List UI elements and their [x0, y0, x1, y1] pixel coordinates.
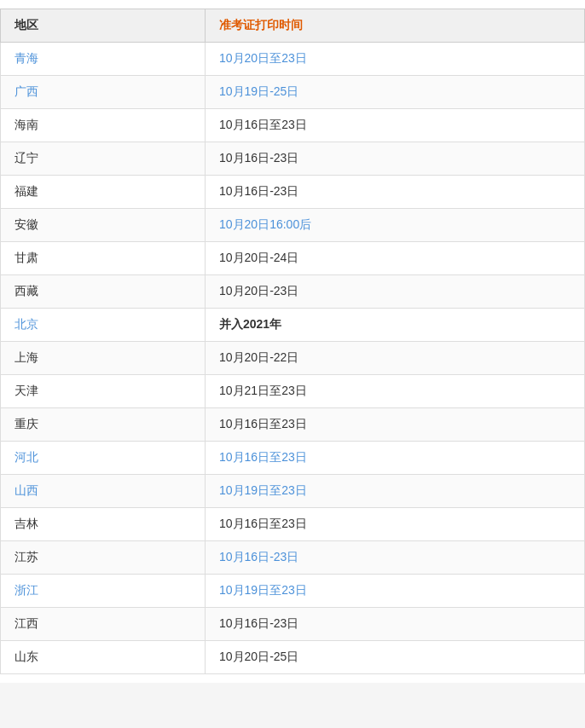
table-row: 重庆10月16日至23日 — [1, 408, 585, 442]
table-row: 江苏10月16日-23日 — [1, 541, 585, 575]
table-row: 广西10月19日-25日 — [1, 76, 585, 109]
region-cell: 山西 — [1, 475, 206, 508]
table-row: 天津10月21日至23日 — [1, 375, 585, 408]
table-row: 江西10月16日-23日 — [1, 608, 585, 641]
table-row: 山西10月19日至23日 — [1, 475, 585, 508]
time-cell: 10月16日-23日 — [206, 608, 585, 641]
table-row: 甘肃10月20日-24日 — [1, 242, 585, 275]
time-cell: 10月16日-23日 — [206, 142, 585, 176]
time-cell: 10月16日-23日 — [206, 176, 585, 209]
table-row: 海南10月16日至23日 — [1, 109, 585, 142]
header-time: 准考证打印时间 — [206, 9, 585, 43]
region-cell: 广西 — [1, 76, 206, 109]
table-row: 福建10月16日-23日 — [1, 176, 585, 209]
region-cell: 安徽 — [1, 209, 206, 242]
table-row: 河北10月16日至23日 — [1, 442, 585, 475]
time-cell: 10月16日至23日 — [206, 109, 585, 142]
region-cell: 甘肃 — [1, 242, 206, 275]
region-cell: 吉林 — [1, 508, 206, 541]
region-cell: 福建 — [1, 176, 206, 209]
table-row: 辽宁10月16日-23日 — [1, 142, 585, 176]
time-cell: 10月21日至23日 — [206, 375, 585, 408]
time-cell: 10月19日-25日 — [206, 76, 585, 109]
time-cell: 10月20日至23日 — [206, 43, 585, 76]
region-cell: 青海 — [1, 43, 206, 76]
table-row: 上海10月20日-22日 — [1, 342, 585, 375]
region-cell: 重庆 — [1, 408, 206, 442]
region-cell: 河北 — [1, 442, 206, 475]
header-region: 地区 — [1, 9, 206, 43]
table-row: 山东10月20日-25日 — [1, 641, 585, 674]
region-cell: 海南 — [1, 109, 206, 142]
table-row: 青海10月20日至23日 — [1, 43, 585, 76]
region-cell: 江苏 — [1, 541, 206, 575]
time-cell: 10月16日至23日 — [206, 508, 585, 541]
table-row: 吉林10月16日至23日 — [1, 508, 585, 541]
region-cell: 浙江 — [1, 575, 206, 608]
table-row: 浙江10月19日至23日 — [1, 575, 585, 608]
region-cell: 上海 — [1, 342, 206, 375]
region-cell: 天津 — [1, 375, 206, 408]
time-cell: 10月20日-22日 — [206, 342, 585, 375]
time-cell: 10月16日-23日 — [206, 541, 585, 575]
region-cell: 江西 — [1, 608, 206, 641]
table-header-row: 地区 准考证打印时间 — [1, 9, 585, 43]
region-cell: 山东 — [1, 641, 206, 674]
time-cell: 10月20日16:00后 — [206, 209, 585, 242]
time-cell: 10月16日至23日 — [206, 408, 585, 442]
page-wrapper: 地区 准考证打印时间 青海10月20日至23日广西10月19日-25日海南10月… — [0, 0, 585, 683]
table-row: 西藏10月20日-23日 — [1, 275, 585, 309]
region-cell: 北京 — [1, 309, 206, 342]
main-table: 地区 准考证打印时间 青海10月20日至23日广西10月19日-25日海南10月… — [0, 9, 585, 674]
time-cell: 10月20日-23日 — [206, 275, 585, 309]
region-cell: 西藏 — [1, 275, 206, 309]
region-cell: 辽宁 — [1, 142, 206, 176]
time-cell: 10月16日至23日 — [206, 442, 585, 475]
time-cell: 10月19日至23日 — [206, 475, 585, 508]
table-row: 安徽10月20日16:00后 — [1, 209, 585, 242]
time-cell: 10月20日-24日 — [206, 242, 585, 275]
table-row: 北京并入2021年 — [1, 309, 585, 342]
time-cell: 10月20日-25日 — [206, 641, 585, 674]
table-body: 青海10月20日至23日广西10月19日-25日海南10月16日至23日辽宁10… — [1, 43, 585, 674]
time-cell: 并入2021年 — [206, 309, 585, 342]
time-cell: 10月19日至23日 — [206, 575, 585, 608]
